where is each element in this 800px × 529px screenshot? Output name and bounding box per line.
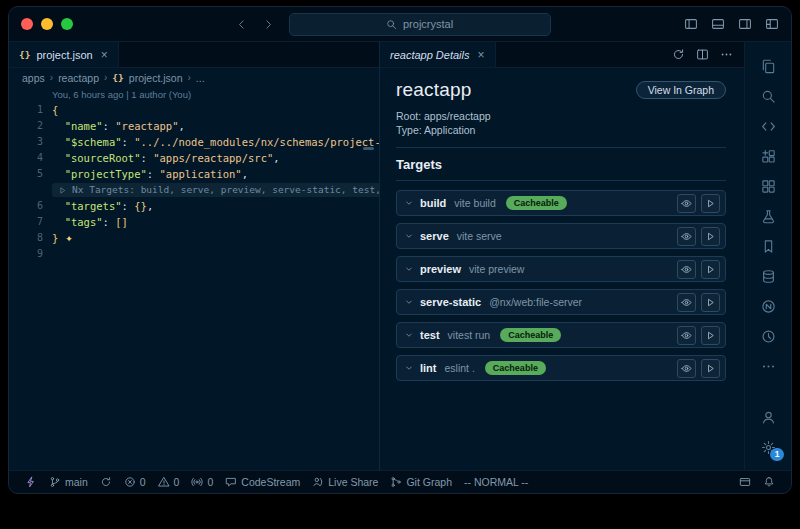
code-line: 1{ — [9, 102, 379, 118]
cacheable-badge: Cacheable — [500, 328, 561, 342]
database-icon[interactable] — [745, 261, 791, 291]
breadcrumb-item[interactable]: ... — [196, 72, 205, 84]
history-icon[interactable] — [745, 321, 791, 351]
line-number: 8 — [9, 230, 52, 246]
run-target-button[interactable] — [701, 359, 720, 378]
code-editor[interactable]: You, 6 hours ago | 1 author (You) 1{2 "n… — [9, 87, 379, 470]
status-notifications[interactable] — [757, 476, 781, 488]
breadcrumb-item[interactable]: project.json — [129, 72, 183, 84]
chevron-down-icon[interactable] — [404, 198, 414, 208]
status-warning-count[interactable]: 0 — [152, 471, 186, 493]
status-ports-count[interactable]: 0 — [185, 471, 219, 493]
run-target-button[interactable] — [701, 194, 720, 213]
sparkle-icon[interactable]: ✦ — [65, 234, 73, 244]
target-row-build[interactable]: buildvite buildCacheable — [396, 190, 726, 216]
cacheable-badge: Cacheable — [485, 361, 546, 375]
bookmark-icon[interactable] — [745, 231, 791, 261]
target-row-test[interactable]: testvitest runCacheable — [396, 322, 726, 348]
breadcrumb-item[interactable]: reactapp — [58, 72, 99, 84]
layout-sidebar-icon[interactable] — [684, 17, 698, 31]
chevron-down-icon[interactable] — [404, 297, 414, 307]
cacheable-badge: Cacheable — [506, 196, 567, 210]
files-icon[interactable] — [745, 51, 791, 81]
minimize-window-button[interactable] — [41, 18, 53, 30]
command-center-search[interactable]: projcrystal — [289, 13, 551, 36]
status-git-branch[interactable]: main — [43, 471, 94, 493]
refresh-button[interactable] — [672, 48, 685, 61]
layout-panel-icon[interactable] — [711, 17, 725, 31]
code-line: 7 "tags": [] — [9, 214, 379, 230]
target-row-lint[interactable]: linteslint .Cacheable — [396, 355, 726, 381]
run-target-button[interactable] — [701, 326, 720, 345]
history-back-button[interactable] — [235, 18, 248, 31]
target-row-preview[interactable]: previewvite preview — [396, 256, 726, 282]
search-icon[interactable] — [745, 81, 791, 111]
line-number: 6 — [9, 198, 52, 214]
close-window-button[interactable] — [21, 18, 33, 30]
bell-icon — [763, 476, 775, 488]
flask-icon[interactable] — [745, 201, 791, 231]
root-label: Root: — [396, 110, 421, 122]
chevron-down-icon[interactable] — [404, 330, 414, 340]
status-vim-mode[interactable]: -- NORMAL -- — [458, 471, 534, 493]
line-number: 1 — [9, 102, 52, 118]
code-line: 2 "name": "reactapp", — [9, 118, 379, 134]
close-tab-icon[interactable]: × — [478, 48, 485, 62]
nx-targets-hint[interactable]: Nx Targets: build, serve, preview, serve… — [52, 183, 379, 197]
line-content: "name": "reactapp", — [52, 118, 185, 134]
layout-controls — [684, 17, 779, 31]
view-target-button[interactable] — [677, 326, 696, 345]
run-target-button[interactable] — [701, 260, 720, 279]
status-screencast-toggle[interactable] — [733, 476, 757, 488]
view-target-button[interactable] — [677, 227, 696, 246]
status-live-share[interactable]: Live Share — [306, 471, 384, 493]
run-target-button[interactable] — [701, 293, 720, 312]
view-in-graph-button[interactable]: View In Graph — [636, 81, 726, 99]
layout-customize-icon[interactable] — [765, 17, 779, 31]
liveshare-icon — [312, 476, 324, 488]
project-meta: Root: apps/reactapp Type: Application — [396, 109, 726, 137]
target-row-serve-static[interactable]: serve-static@nx/web:file-server — [396, 289, 726, 315]
nx-console-icon[interactable] — [745, 291, 791, 321]
breadcrumb-item[interactable]: apps — [22, 72, 45, 84]
view-target-button[interactable] — [677, 260, 696, 279]
editor-actions — [661, 42, 744, 67]
target-name: test — [420, 329, 440, 341]
settings-gear-icon[interactable]: 1 — [745, 432, 791, 462]
root-value: apps/reactapp — [424, 110, 491, 122]
status-git-graph[interactable]: Git Graph — [384, 471, 458, 493]
line-content: Nx Targets: build, serve, preview, serve… — [52, 182, 379, 198]
status-remote-indicator[interactable] — [19, 471, 43, 493]
status-sync-button[interactable] — [94, 471, 118, 493]
code-line: 6 "targets": {}, — [9, 198, 379, 214]
more-actions-button[interactable] — [720, 48, 733, 61]
codelens-annotation[interactable]: You, 6 hours ago | 1 author (You) — [9, 88, 379, 102]
history-forward-button[interactable] — [262, 18, 275, 31]
chevron-down-icon[interactable] — [404, 231, 414, 241]
view-target-button[interactable] — [677, 293, 696, 312]
view-target-button[interactable] — [677, 359, 696, 378]
more-icon[interactable] — [745, 351, 791, 381]
editor-group-left: {} project.json × apps›reactapp›{}projec… — [9, 42, 380, 470]
chevron-down-icon[interactable] — [404, 363, 414, 373]
tab-project-json[interactable]: {} project.json × — [9, 42, 119, 67]
view-target-button[interactable] — [677, 194, 696, 213]
target-row-serve[interactable]: servevite serve — [396, 223, 726, 249]
status-label: Live Share — [328, 476, 378, 488]
status-error-count[interactable]: 0 — [118, 471, 152, 493]
layout-sidebar-right-icon[interactable] — [738, 17, 752, 31]
traffic-lights — [21, 18, 73, 30]
account-icon[interactable] — [745, 402, 791, 432]
close-tab-icon[interactable]: × — [101, 48, 108, 62]
target-name: build — [420, 197, 446, 209]
extensions-icon[interactable] — [745, 141, 791, 171]
tab-reactapp-details[interactable]: reactapp Details × — [380, 42, 496, 67]
nx-targets-hint-line: Nx Targets: build, serve, preview, serve… — [9, 182, 379, 198]
run-target-button[interactable] — [701, 227, 720, 246]
zoom-window-button[interactable] — [61, 18, 73, 30]
grid-icon[interactable] — [745, 171, 791, 201]
chevron-down-icon[interactable] — [404, 264, 414, 274]
status-codestream[interactable]: CodeStream — [219, 471, 306, 493]
remote-icon[interactable] — [745, 111, 791, 141]
split-editor-button[interactable] — [696, 48, 709, 61]
